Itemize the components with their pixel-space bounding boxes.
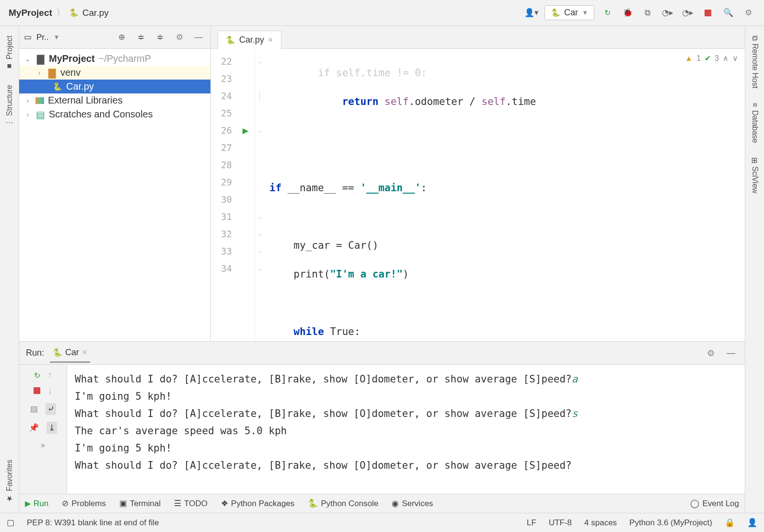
chevron-down-icon[interactable]: ▼	[54, 34, 60, 41]
debug-button[interactable]: 🐞	[620, 6, 635, 20]
tree-item-label: External Libraries	[48, 95, 123, 106]
favorites-tool-tab[interactable]: ★Favorites	[5, 460, 14, 503]
run-panel-title: Run:	[26, 348, 44, 358]
project-tree: ⌄ ▇ MyProject ~/PycharmP › ▇ venv Car.py	[19, 49, 210, 124]
settings-icon[interactable]: ⚙	[741, 6, 755, 20]
right-tool-stripe: ⧉Remote Host ≡Database ⊞SciView	[745, 26, 764, 513]
project-view-icon: ▭	[24, 32, 32, 42]
editor-body[interactable]: 222324 252627 282930 313233 34 ▶ ⌄│⌄ ⌄⌄⌄…	[211, 49, 745, 341]
tree-item-label: Car.py	[66, 81, 94, 92]
prev-highlight-icon[interactable]: ∧	[723, 54, 729, 63]
panel-settings-icon[interactable]: ⚙	[172, 30, 186, 45]
project-panel: ▭ Pr.. ▼ ⊕ ≑ ≑ ⚙ — ⌄ ▇ MyProject ~/Pycha…	[19, 26, 211, 341]
layout-icon[interactable]: ▤	[30, 404, 38, 414]
bottom-tab-terminal[interactable]: ▣Terminal	[119, 498, 161, 509]
gutter-icons: ▶	[236, 49, 255, 341]
select-opened-file-icon[interactable]: ⊕	[115, 30, 129, 45]
chevron-right-icon[interactable]: ›	[24, 97, 32, 104]
project-tool-tab[interactable]: ■Project	[5, 35, 14, 70]
bottom-tab-run[interactable]: ▶Run	[25, 499, 48, 509]
breadcrumb-file[interactable]: Car.py	[82, 8, 109, 18]
code-editor[interactable]: if self.time != 0: return self.odometer …	[265, 49, 745, 341]
lock-icon[interactable]: 🔒	[725, 518, 735, 528]
bottom-tab-services[interactable]: ◉Services	[392, 498, 433, 509]
breadcrumb-sep: 〉	[56, 7, 65, 19]
expand-all-icon[interactable]: ≑	[134, 30, 148, 45]
tool-windows-icon[interactable]: ▢	[7, 518, 14, 528]
stop-icon[interactable]	[34, 387, 40, 396]
bottom-tab-problems[interactable]: ⊘Problems	[62, 498, 106, 509]
library-icon	[35, 97, 44, 104]
editor-tab-label: Car.py	[239, 35, 264, 45]
bottom-tab-console[interactable]: 🐍Python Console	[308, 498, 378, 509]
top-toolbar: MyProject 〉 Car.py 👤▾ Car ▼ ↻ 🐞 ⧉ ◔▸ ◔▸ …	[0, 0, 764, 26]
left-tool-stripe: ■Project ⋮Structure ★Favorites	[0, 26, 19, 513]
editor-tab-car[interactable]: Car.py ×	[218, 31, 281, 49]
breadcrumb-project[interactable]: MyProject	[9, 8, 52, 18]
close-tab-icon[interactable]: ×	[82, 347, 87, 358]
warning-icon: ▲	[685, 54, 693, 63]
down-icon[interactable]: ↓	[48, 387, 52, 396]
pin-icon[interactable]: 📌	[29, 423, 39, 433]
console-output[interactable]: What should I do? [A]ccelerate, [B]rake,…	[67, 365, 745, 494]
chevron-right-icon[interactable]: ›	[24, 111, 32, 118]
editor-tabs: Car.py ×	[211, 26, 745, 49]
run-tab-car[interactable]: Car ×	[50, 344, 90, 363]
soft-wrap-icon[interactable]: ⤶	[46, 403, 56, 415]
project-panel-header: ▭ Pr.. ▼ ⊕ ≑ ≑ ⚙ —	[19, 26, 210, 49]
run-toolbar: ↻↑ ↓ ▤⤶ 📌⤓ »	[19, 365, 67, 494]
profile-button[interactable]: ◔▸	[660, 6, 675, 20]
scroll-end-icon[interactable]: ⤓	[46, 422, 57, 434]
breadcrumb[interactable]: MyProject 〉 Car.py	[9, 7, 109, 19]
bottom-tab-todo[interactable]: ☰TODO	[174, 498, 208, 509]
stop-button[interactable]	[701, 6, 715, 20]
python-file-icon	[551, 8, 560, 18]
rerun-icon[interactable]: ↻	[34, 371, 40, 380]
status-line-ending[interactable]: LF	[527, 518, 536, 528]
tree-root-path: ~/PycharmP	[99, 53, 151, 64]
more-icon[interactable]: »	[41, 440, 45, 450]
tree-external-libs[interactable]: › External Libraries	[19, 93, 210, 107]
tree-root[interactable]: ⌄ ▇ MyProject ~/PycharmP	[19, 52, 210, 66]
project-panel-title[interactable]: Pr..	[36, 33, 49, 42]
tree-item-label: venv	[60, 67, 81, 78]
chevron-down-icon[interactable]: ⌄	[24, 55, 32, 63]
tree-venv[interactable]: › ▇ venv	[19, 66, 210, 80]
next-highlight-icon[interactable]: ∨	[732, 54, 738, 63]
hide-panel-icon[interactable]: —	[191, 30, 206, 45]
attach-button[interactable]: ◔▸	[681, 6, 695, 20]
run-tab-label: Car	[65, 347, 79, 358]
chevron-right-icon[interactable]: ›	[35, 69, 43, 77]
close-tab-icon[interactable]: ×	[268, 35, 273, 45]
database-tab[interactable]: ≡Database	[751, 103, 759, 143]
up-icon[interactable]: ↑	[48, 370, 52, 380]
run-config-name: Car	[564, 8, 578, 18]
run-button[interactable]: ↻	[600, 6, 614, 20]
tree-scratches[interactable]: › ▤ Scratches and Consoles	[19, 107, 210, 121]
structure-tool-tab[interactable]: ⋮Structure	[5, 85, 14, 127]
tree-file-car[interactable]: Car.py	[19, 80, 210, 93]
status-encoding[interactable]: UTF-8	[549, 518, 572, 528]
status-message: PEP 8: W391 blank line at end of file	[27, 518, 159, 528]
run-gutter-icon[interactable]: ▶	[243, 126, 248, 135]
folder-icon: ▇	[35, 54, 45, 64]
python-file-icon	[53, 347, 62, 357]
search-icon[interactable]: 🔍	[721, 6, 735, 20]
run-config-selector[interactable]: Car ▼	[544, 5, 594, 20]
sciview-tab[interactable]: ⊞SciView	[750, 157, 759, 194]
bottom-tab-eventlog[interactable]: ◯Event Log	[690, 498, 739, 509]
bottom-tab-packages[interactable]: ❖Python Packages	[221, 498, 294, 509]
fold-bar: ⌄│⌄ ⌄⌄⌄⌄	[255, 49, 265, 341]
run-tool-window: Run: Car × ⚙ — ↻↑ ↓ ▤⤶ 📌⤓ » What sh	[19, 341, 745, 494]
hide-panel-icon[interactable]: —	[724, 346, 738, 360]
remote-host-tab[interactable]: ⧉Remote Host	[751, 35, 759, 88]
user-menu-icon[interactable]: 👤▾	[524, 6, 539, 20]
run-settings-icon[interactable]: ⚙	[704, 346, 718, 360]
inspection-badges[interactable]: ▲1 ✔3 ∧ ∨	[685, 54, 738, 63]
coverage-button[interactable]: ⧉	[640, 6, 655, 20]
run-panel-header: Run: Car × ⚙ —	[19, 342, 745, 365]
collapse-all-icon[interactable]: ≑	[153, 30, 167, 45]
status-interpreter[interactable]: Python 3.6 (MyProject)	[629, 518, 712, 528]
status-indent[interactable]: 4 spaces	[584, 518, 617, 528]
inspections-icon[interactable]: 👤	[747, 518, 757, 528]
